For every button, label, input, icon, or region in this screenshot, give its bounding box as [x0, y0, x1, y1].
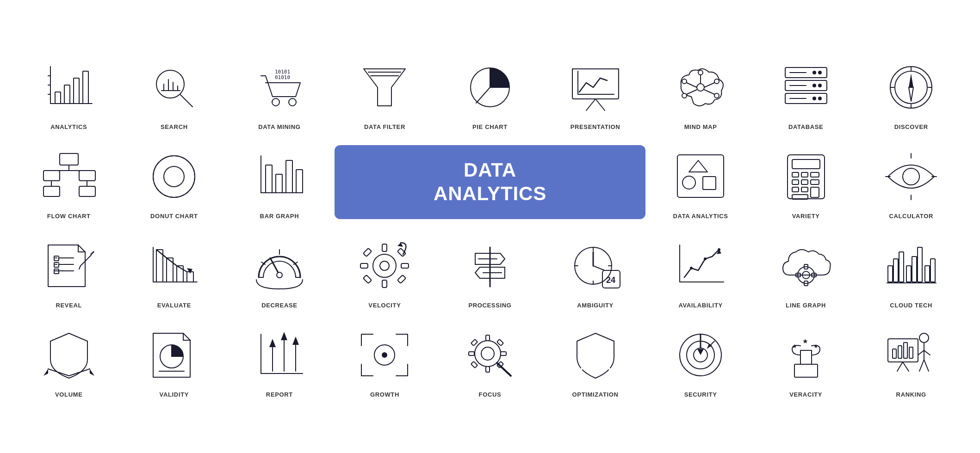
growth-label: REPORT — [266, 391, 293, 398]
variety-label: DATA ANALYTICS — [673, 213, 728, 220]
calculator-icon — [771, 144, 841, 209]
presentation-label: PRESENTATION — [571, 123, 620, 130]
security-label: OPTIMIZATION — [572, 391, 619, 398]
svg-rect-94 — [792, 187, 799, 192]
icon-grid: ANALYTICS SEARCH — [19, 50, 961, 403]
svg-point-182 — [382, 352, 387, 358]
icon-cell-mind-map: MIND MAP — [650, 50, 751, 135]
icon-cell-cloud-tech: LINE GRAPH — [756, 229, 856, 313]
svg-rect-80 — [286, 160, 292, 193]
svg-rect-89 — [801, 172, 808, 177]
svg-marker-200 — [697, 349, 704, 355]
svg-rect-188 — [501, 352, 506, 355]
svg-rect-4 — [74, 78, 79, 104]
svg-marker-180 — [292, 337, 299, 345]
svg-rect-185 — [486, 335, 490, 341]
svg-marker-57 — [909, 73, 913, 87]
svg-point-207 — [919, 333, 929, 343]
icon-cell-database: DATABASE — [756, 50, 856, 135]
svg-point-40 — [714, 79, 719, 84]
svg-rect-96 — [811, 187, 819, 197]
icon-cell-flow-chart: FLOW CHART — [19, 140, 119, 224]
svg-text:★: ★ — [802, 337, 808, 345]
icon-cell-pie-chart: PIE CHART — [440, 50, 540, 135]
svg-point-49 — [813, 84, 816, 87]
svg-rect-218 — [904, 343, 907, 358]
donut-chart-icon — [139, 144, 209, 209]
search-label: SEARCH — [161, 123, 188, 130]
svg-marker-176 — [269, 339, 276, 347]
icon-cell-analytics: ANALYTICS — [19, 50, 119, 135]
svg-line-10 — [180, 94, 192, 107]
svg-rect-92 — [801, 180, 808, 184]
icon-cell-focus: GROWTH — [335, 318, 435, 403]
validity-icon — [34, 323, 104, 387]
svg-rect-166 — [925, 266, 930, 282]
svg-rect-88 — [792, 172, 799, 177]
svg-line-109 — [81, 255, 91, 266]
svg-rect-189 — [471, 339, 478, 346]
svg-rect-219 — [909, 347, 913, 358]
svg-rect-91 — [792, 180, 799, 184]
svg-text:★: ★ — [813, 343, 819, 349]
data-mining-label: DATA MINING — [258, 123, 300, 130]
svg-rect-82 — [677, 155, 724, 197]
svg-rect-160 — [888, 266, 893, 282]
svg-rect-203 — [794, 364, 818, 377]
svg-point-32 — [697, 84, 704, 91]
svg-rect-78 — [266, 165, 272, 193]
icon-cell-availability: 24 AMBIGUITY — [545, 229, 646, 313]
svg-line-215 — [903, 362, 909, 371]
svg-rect-65 — [43, 171, 60, 181]
database-icon — [771, 55, 841, 120]
featured-box: DATA ANALYTICS — [335, 145, 646, 219]
decrease-label: EVALUATE — [157, 302, 191, 309]
icon-cell-variety: DATA ANALYTICS — [650, 140, 751, 224]
svg-marker-178 — [281, 332, 287, 340]
svg-point-124 — [277, 272, 282, 278]
icon-cell-search: SEARCH — [124, 50, 225, 135]
svg-point-42 — [714, 93, 719, 98]
svg-rect-72 — [79, 186, 95, 196]
icon-cell-decrease: EVALUATE — [124, 229, 225, 313]
presentation2-icon — [876, 323, 946, 387]
flow-chart-label: FLOW CHART — [47, 213, 91, 220]
svg-point-36 — [682, 79, 687, 84]
svg-rect-127 — [382, 244, 387, 251]
svg-rect-167 — [930, 259, 935, 282]
svg-marker-117 — [187, 268, 192, 274]
svg-point-152 — [704, 257, 707, 260]
svg-rect-129 — [360, 263, 368, 268]
cloud-tech-icon — [771, 233, 841, 298]
ambiguity-label: PROCESSING — [468, 302, 511, 309]
svg-rect-217 — [898, 346, 902, 358]
veracity-icon — [666, 323, 735, 387]
svg-line-27 — [586, 99, 595, 110]
evaluate-icon — [34, 233, 104, 298]
icon-cell-security: OPTIMIZATION — [545, 318, 646, 403]
data-filter-icon — [350, 55, 419, 120]
svg-point-34 — [698, 70, 703, 75]
svg-rect-95 — [801, 187, 808, 192]
svg-line-210 — [924, 350, 930, 355]
icon-cell-volume: CLOUD TECH — [861, 229, 961, 313]
volume-icon — [876, 233, 946, 298]
svg-line-214 — [897, 362, 903, 371]
variety-icon — [666, 144, 735, 209]
svg-point-47 — [813, 71, 816, 74]
svg-rect-216 — [893, 349, 896, 358]
analytics-icon — [34, 55, 104, 120]
ranking-icon: ★ ★ ★ — [771, 323, 841, 387]
svg-marker-83 — [689, 160, 707, 172]
icon-cell-ranking: ★ ★ ★ VERACITY — [756, 318, 856, 403]
svg-rect-2 — [55, 92, 61, 104]
svg-point-38 — [682, 93, 687, 98]
data-filter-label: DATA FILTER — [364, 123, 405, 130]
presentation-icon — [561, 55, 630, 120]
svg-rect-81 — [296, 170, 303, 193]
line-graph-label: AVAILABILITY — [678, 302, 722, 309]
pie-chart-label: PIE CHART — [472, 123, 508, 130]
svg-rect-128 — [382, 280, 387, 288]
svg-rect-186 — [486, 367, 490, 372]
icon-cell-line-graph: AVAILABILITY — [650, 229, 751, 313]
